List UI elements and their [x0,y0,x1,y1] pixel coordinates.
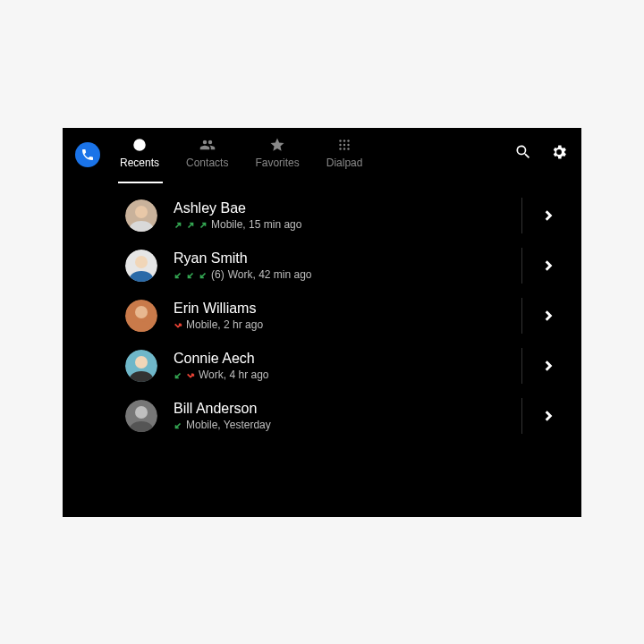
tab-dialpad[interactable]: Dialpad [326,137,363,169]
avatar [125,250,157,282]
call-info: Erin Williams Mobile, 2 hr ago [174,301,513,331]
row-divider [521,398,522,434]
call-info: Ashley Bae Mobile, 15 min ago [174,200,513,231]
top-bar: RecentsContactsFavoritesDialpad [63,128,581,182]
call-row[interactable]: Ashley Bae Mobile, 15 min ago [125,191,564,241]
avatar [125,300,157,332]
call-info: Bill Anderson Mobile, Yesterday [174,401,513,431]
chevron-right-icon[interactable] [540,408,556,424]
incoming-call-icon [174,270,182,279]
svg-point-13 [135,256,148,268]
gear-icon[interactable] [549,142,569,162]
people-icon [199,137,216,153]
contact-name: Ryan Smith [174,250,513,267]
tab-label: Recents [120,157,159,169]
avatar [125,350,157,382]
row-divider [521,248,522,284]
svg-point-1 [339,140,341,141]
svg-point-3 [347,140,349,141]
missed-call-icon [186,370,195,379]
call-info: Connie Aech Work, 4 hr ago [174,351,513,381]
tab-favorites[interactable]: Favorites [255,137,299,169]
contact-name: Connie Aech [174,351,513,367]
contact-name: Ashley Bae [174,200,513,216]
incoming-call-icon [186,270,195,279]
incoming-call-icon [174,420,182,429]
top-actions [513,142,569,162]
phone-app-icon [75,142,100,167]
call-count: (6) [211,268,225,281]
incoming-call-icon [174,370,182,379]
avatar [125,400,157,432]
svg-point-11 [135,206,148,218]
tab-label: Contacts [186,157,228,169]
missed-call-icon [174,320,182,329]
svg-point-2 [343,140,345,141]
call-subtitle: Mobile, 2 hr ago [174,318,513,331]
svg-point-5 [343,143,345,145]
call-line-time: Mobile, 15 min ago [211,218,301,231]
outgoing-call-icon [174,220,182,229]
avatar [125,199,157,232]
contact-name: Erin Williams [174,301,513,317]
search-icon[interactable] [513,142,533,162]
tab-bar: RecentsContactsFavoritesDialpad [120,137,362,169]
call-subtitle: (6) Work, 42 min ago [174,268,513,281]
tab-recents[interactable]: Recents [120,137,159,169]
call-info: Ryan Smith(6) Work, 42 min ago [174,250,513,281]
chevron-right-icon[interactable] [540,358,556,374]
svg-point-15 [135,306,148,318]
tab-label: Dialpad [326,157,363,169]
call-row[interactable]: Connie Aech Work, 4 hr ago [125,341,564,391]
call-subtitle: Mobile, Yesterday [174,419,513,431]
svg-point-7 [339,148,341,149]
svg-point-19 [135,406,148,419]
svg-point-9 [347,148,349,149]
outgoing-call-icon [199,220,208,229]
call-row[interactable]: Erin Williams Mobile, 2 hr ago [125,291,564,341]
contact-name: Bill Anderson [174,401,513,417]
svg-point-6 [347,143,349,145]
dialpad-icon [336,137,352,153]
tab-label: Favorites [255,157,299,169]
call-line-time: Work, 4 hr ago [199,369,269,381]
svg-point-4 [339,143,341,145]
svg-point-17 [135,356,148,369]
row-divider [521,298,522,334]
clock-icon [131,137,148,153]
row-divider [521,348,522,384]
call-subtitle: Work, 4 hr ago [174,369,513,381]
chevron-right-icon[interactable] [540,208,556,224]
call-line-time: Mobile, Yesterday [186,419,271,431]
call-row[interactable]: Ryan Smith(6) Work, 42 min ago [125,241,564,291]
call-row[interactable]: Bill Anderson Mobile, Yesterday [125,391,564,441]
call-line-time: Work, 42 min ago [228,268,312,281]
call-subtitle: Mobile, 15 min ago [174,218,513,231]
row-divider [521,198,522,233]
call-line-time: Mobile, 2 hr ago [186,318,263,331]
star-icon [269,137,285,153]
outgoing-call-icon [186,220,195,229]
tab-contacts[interactable]: Contacts [186,137,228,169]
recents-list: Ashley Bae Mobile, 15 min agoRyan Smith(… [63,183,581,441]
chevron-right-icon[interactable] [540,308,556,324]
chevron-right-icon[interactable] [540,258,556,274]
svg-point-8 [343,148,345,149]
incoming-call-icon [199,270,208,279]
phone-app-window: RecentsContactsFavoritesDialpad Ashley B… [63,128,581,517]
